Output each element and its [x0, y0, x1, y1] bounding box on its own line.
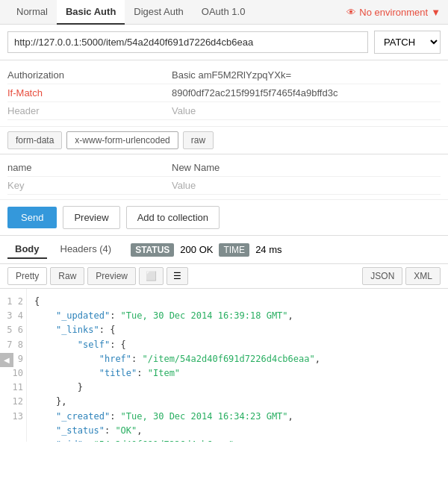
header-value-authorization: Basic amF5M2RlYzpqYXk=	[172, 69, 441, 81]
form-row-name: name New Name	[7, 159, 441, 177]
header-key-ifmatch: If-Match	[7, 87, 172, 98]
format-tab-xml[interactable]: XML	[405, 267, 441, 285]
header-key-authorization: Authorization	[7, 69, 172, 81]
action-bar: Send Preview Add to collection	[0, 200, 448, 236]
preview-button[interactable]: Preview	[63, 206, 119, 229]
send-button[interactable]: Send	[7, 207, 57, 228]
env-selector[interactable]: 👁 No environment ▼	[346, 7, 441, 18]
app-container: Normal Basic Auth Digest Auth OAuth 1.0 …	[0, 0, 448, 442]
code-container: 1 2 3 4 5 6 7 8 9 10 11 12 13 { "_update…	[0, 289, 448, 442]
form-key-empty: Key	[7, 180, 172, 191]
code-view-tabs-bar: Pretty Raw Preview ⬜ ☰ JSON XML	[0, 264, 448, 289]
collapse-panel-button[interactable]: ◀	[0, 353, 13, 367]
tab-oauth[interactable]: OAuth 1.0	[193, 0, 255, 25]
env-label: No environment	[359, 7, 428, 18]
method-select[interactable]: PATCH GET POST PUT DELETE	[374, 31, 441, 54]
status-label: STATUS	[131, 243, 174, 257]
form-value-empty: Value	[172, 180, 441, 191]
tab-basic-auth[interactable]: Basic Auth	[57, 0, 125, 25]
response-section: Body Headers (4) STATUS 200 OK TIME 24 m…	[0, 236, 448, 442]
copy-icon-button[interactable]: ⬜	[139, 267, 164, 285]
body-tab-urlencoded[interactable]: x-www-form-urlencoded	[66, 131, 178, 149]
time-label: TIME	[219, 243, 249, 257]
headers-section: Authorization Basic amF5M2RlYzpqYXk= If-…	[0, 60, 448, 127]
time-value: 24 ms	[255, 244, 281, 255]
header-key-empty: Header	[7, 105, 172, 116]
code-tab-pretty[interactable]: Pretty	[7, 267, 47, 285]
header-row-ifmatch: If-Match 890f0df72ac215f991f5f7465f4a9bf…	[7, 84, 441, 102]
body-type-tabs: form-data x-www-form-urlencoded raw	[0, 127, 448, 154]
form-key-name: name	[7, 162, 172, 173]
tab-normal[interactable]: Normal	[7, 0, 57, 25]
header-value-ifmatch: 890f0df72ac215f991f5f7465f4a9bffd3c	[172, 87, 441, 98]
format-icon-button[interactable]: ☰	[167, 267, 188, 285]
body-tab-raw[interactable]: raw	[183, 131, 214, 149]
form-row-empty: Key Value	[7, 177, 441, 195]
chevron-down-icon: ▼	[431, 7, 441, 18]
format-tab-json[interactable]: JSON	[362, 267, 402, 285]
header-row-empty: Header Value	[7, 102, 441, 120]
status-value: 200 OK	[180, 244, 213, 255]
form-value-name: New Name	[172, 162, 441, 173]
tab-digest-auth[interactable]: Digest Auth	[125, 0, 193, 25]
code-tab-raw[interactable]: Raw	[50, 267, 84, 285]
body-tab-formdata[interactable]: form-data	[7, 131, 62, 149]
form-fields-section: name New Name Key Value	[0, 154, 448, 200]
eye-icon: 👁	[346, 7, 356, 18]
response-tabs-bar: Body Headers (4) STATUS 200 OK TIME 24 m…	[0, 236, 448, 264]
auth-tabs-bar: Normal Basic Auth Digest Auth OAuth 1.0 …	[0, 0, 448, 25]
code-tab-preview[interactable]: Preview	[87, 267, 136, 285]
resp-tab-body[interactable]: Body	[7, 240, 47, 259]
add-to-collection-button[interactable]: Add to collection	[126, 206, 220, 229]
url-input[interactable]	[7, 31, 368, 53]
header-value-empty: Value	[172, 105, 441, 116]
header-row-authorization: Authorization Basic amF5M2RlYzpqYXk=	[7, 66, 441, 84]
code-content: { "_updated": "Tue, 30 Dec 2014 16:39:18…	[27, 289, 448, 442]
url-bar: PATCH GET POST PUT DELETE	[0, 25, 448, 60]
resp-tab-headers[interactable]: Headers (4)	[53, 240, 119, 259]
